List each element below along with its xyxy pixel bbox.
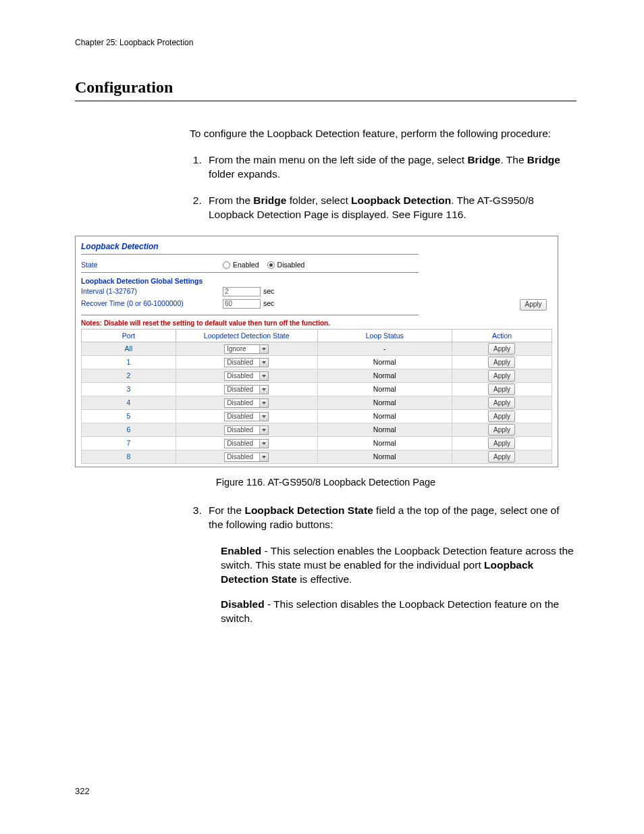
panel-title: Loopback Detection (81, 242, 552, 251)
text: - This selection disables the Loopback D… (221, 598, 559, 624)
table-row: 6DisabledNormalApply (82, 423, 552, 437)
action-cell: Apply (452, 369, 552, 383)
chevron-down-icon (259, 399, 268, 407)
apply-button[interactable]: Apply (488, 370, 515, 382)
state-cell: Disabled (176, 356, 317, 369)
state-label: State (81, 261, 223, 269)
port-cell: 1 (82, 356, 176, 369)
apply-button[interactable]: Apply (488, 411, 515, 422)
loop-status-cell: - (317, 342, 452, 356)
table-row: 8DisabledNormalApply (82, 450, 552, 464)
text: From the (209, 194, 253, 206)
action-cell: Apply (452, 450, 552, 464)
state-cell: Ignore (176, 342, 317, 356)
loopback-detection-figure: Loopback Detection State Enabled Disable… (75, 236, 558, 468)
state-cell: Disabled (176, 383, 317, 396)
state-select[interactable]: Disabled (224, 358, 269, 367)
table-row: AllIgnore-Apply (82, 342, 552, 356)
step-3: For the Loopback Detection State field a… (205, 504, 576, 532)
radio-disabled[interactable] (267, 261, 275, 269)
interval-input[interactable]: 2 (223, 287, 261, 296)
bold: Bridge (253, 194, 286, 206)
chevron-down-icon (259, 359, 268, 367)
text: . The (501, 154, 527, 165)
recover-label: Recover Time (0 or 60-1000000) (81, 299, 223, 308)
col-state: Loopdetect Detection State (176, 329, 317, 342)
state-select[interactable]: Disabled (224, 439, 269, 448)
radio-enabled[interactable] (223, 261, 230, 269)
state-cell: Disabled (176, 450, 317, 464)
step-2: From the Bridge folder, select Loopback … (205, 194, 576, 222)
loop-status-cell: Normal (317, 396, 452, 410)
apply-button[interactable]: Apply (488, 397, 515, 409)
intro-paragraph: To configure the Loopback Detection feat… (190, 127, 576, 141)
state-select[interactable]: Disabled (224, 425, 269, 435)
interval-unit: sec (263, 287, 274, 296)
text: folder, select (286, 194, 351, 206)
action-cell: Apply (452, 423, 552, 437)
bold: Enabled (221, 545, 261, 556)
port-cell: 4 (82, 396, 176, 410)
interval-label: Interval (1-32767) (81, 287, 223, 296)
state-select[interactable]: Disabled (224, 371, 269, 381)
state-cell: Disabled (176, 369, 317, 383)
chevron-down-icon (259, 413, 268, 421)
radio-disabled-label: Disabled (277, 261, 305, 269)
bold: Disabled (221, 598, 265, 610)
port-cell: 6 (82, 423, 176, 437)
chevron-down-icon (259, 426, 268, 434)
apply-button[interactable]: Apply (488, 357, 515, 368)
chevron-down-icon (259, 440, 268, 448)
divider (81, 272, 419, 273)
apply-button[interactable]: Apply (488, 451, 515, 463)
port-cell: 5 (82, 410, 176, 423)
loop-status-cell: Normal (317, 383, 452, 396)
loop-status-cell: Normal (317, 410, 452, 423)
loop-status-cell: Normal (317, 369, 452, 383)
page-number: 322 (75, 786, 90, 796)
text: folder expands. (209, 168, 280, 180)
chevron-down-icon (259, 386, 268, 394)
state-cell: Disabled (176, 423, 317, 437)
state-select[interactable]: Ignore (224, 344, 269, 354)
notes-line: Notes: Disable will reset the setting to… (81, 319, 552, 328)
apply-button[interactable]: Apply (520, 299, 547, 311)
bold: Loopback Detection (351, 194, 451, 206)
state-cell: Disabled (176, 437, 317, 450)
table-row: 4DisabledNormalApply (82, 396, 552, 410)
state-select[interactable]: Disabled (224, 412, 269, 421)
section-title: Configuration (75, 78, 576, 101)
apply-button[interactable]: Apply (488, 424, 515, 436)
loop-status-cell: Normal (317, 437, 452, 450)
radio-enabled-label: Enabled (233, 261, 259, 269)
state-select[interactable]: Disabled (224, 385, 269, 394)
recover-input[interactable]: 60 (223, 299, 261, 309)
global-settings-heading: Loopback Detection Global Settings (81, 277, 552, 286)
action-cell: Apply (452, 356, 552, 369)
table-row: 2DisabledNormalApply (82, 369, 552, 383)
table-row: 1DisabledNormalApply (82, 356, 552, 369)
action-cell: Apply (452, 396, 552, 410)
apply-button[interactable]: Apply (488, 384, 515, 395)
bold: Loopback Detection State (244, 504, 373, 516)
state-select[interactable]: Disabled (224, 398, 269, 408)
port-cell: 8 (82, 450, 176, 464)
action-cell: Apply (452, 437, 552, 450)
apply-button[interactable]: Apply (488, 343, 515, 355)
enabled-description: Enabled - This selection enables the Loo… (221, 544, 576, 587)
col-port: Port (82, 329, 176, 342)
apply-button[interactable]: Apply (488, 438, 515, 449)
bold: Bridge (467, 154, 500, 165)
action-cell: Apply (452, 410, 552, 423)
text: For the (209, 504, 244, 516)
port-table: Port Loopdetect Detection State Loop Sta… (81, 329, 552, 465)
table-row: 3DisabledNormalApply (82, 383, 552, 396)
text: From the main menu on the left side of t… (209, 154, 467, 165)
state-select[interactable]: Disabled (224, 452, 269, 462)
state-cell: Disabled (176, 410, 317, 423)
loop-status-cell: Normal (317, 450, 452, 464)
figure-caption: Figure 116. AT-GS950/8 Loopback Detectio… (75, 477, 576, 488)
table-row: 5DisabledNormalApply (82, 410, 552, 423)
chevron-down-icon (259, 345, 268, 353)
step-1: From the main menu on the left side of t… (205, 153, 576, 182)
